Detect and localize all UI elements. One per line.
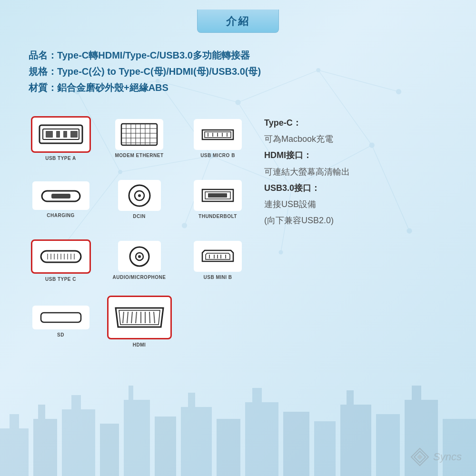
svg-rect-74 [51, 194, 70, 198]
svg-rect-28 [0, 428, 29, 476]
connector-empty [181, 293, 255, 350]
connector-hdmi: HDMI [102, 293, 176, 350]
hdmi-label: HDMI [133, 342, 146, 347]
watermark: Syncs [410, 447, 462, 466]
svg-line-98 [123, 312, 124, 323]
connector-modem-ethernet: MODEM ETHERNET [102, 110, 176, 167]
usb-type-a-icon [37, 121, 85, 148]
connector-audio-microphone: AUDIO/MICROPHONE [102, 232, 176, 289]
svg-point-77 [138, 194, 141, 197]
product-line3: 材質：鋁合金磨砂外殼+絕緣ABS [29, 79, 447, 96]
info-panel: Type-C： 可為Macbook充電 HDMI接口： 可連結大螢幕高清輸出 U… [264, 110, 452, 350]
connector-sd: SD [24, 293, 98, 350]
svg-rect-32 [62, 409, 95, 476]
svg-rect-36 [129, 386, 133, 400]
svg-rect-33 [71, 395, 81, 409]
svg-rect-57 [121, 124, 157, 145]
svg-rect-44 [314, 421, 336, 476]
svg-rect-37 [155, 416, 176, 476]
svg-rect-55 [63, 131, 67, 138]
svg-rect-47 [376, 414, 400, 476]
modem-ethernet-label: MODEM ETHERNET [115, 153, 164, 158]
svg-rect-78 [208, 193, 227, 198]
connectors-area: USB TYPE A [24, 110, 452, 350]
product-line2: 規格：Type-C(公) to Type-C(母)/HDMI(母)/USB3.0… [29, 63, 447, 79]
usb-mini-b-label: USB MINI B [204, 275, 232, 280]
charging-icon [37, 184, 85, 208]
usb-type-c-icon [37, 245, 85, 268]
svg-rect-97 [41, 313, 81, 322]
usb-type-a-label: USB TYPE A [45, 156, 76, 161]
header-title: 介紹 [197, 10, 279, 33]
usb-micro-b-icon [198, 121, 238, 148]
svg-rect-53 [46, 131, 53, 138]
product-info: 品名：Type-C轉HDMI/Type-C/USB3.0多功能轉接器 規格：Ty… [29, 47, 447, 96]
svg-rect-56 [70, 131, 78, 138]
svg-rect-42 [252, 388, 262, 402]
thunderbolt-label: THUNDERBOLT [198, 214, 237, 219]
info-line4: 可連結大螢幕高清輸出 [264, 164, 452, 180]
usb-micro-b-label: USB MICRO B [200, 153, 235, 158]
connectors-grid: USB TYPE A [24, 110, 255, 350]
svg-rect-41 [245, 402, 278, 476]
thunderbolt-icon [198, 182, 238, 208]
product-line1: 品名：Type-C轉HDMI/Type-C/USB3.0多功能轉接器 [29, 47, 447, 63]
svg-rect-49 [412, 386, 421, 400]
info-line2: 可為Macbook充電 [264, 131, 452, 147]
audio-microphone-icon [123, 243, 156, 269]
svg-rect-38 [181, 407, 212, 476]
svg-line-99 [127, 312, 128, 323]
connector-dcin: DCIN [102, 171, 176, 228]
svg-rect-46 [347, 390, 354, 405]
svg-rect-45 [340, 405, 371, 476]
main-container: 介紹 品名：Type-C轉HDMI/Type-C/USB3.0多功能轉接器 規格… [14, 0, 462, 350]
svg-rect-40 [217, 419, 240, 476]
sd-label: SD [57, 332, 64, 337]
info-line5: USB3.0接口： [264, 180, 452, 196]
svg-rect-30 [33, 419, 57, 476]
svg-marker-108 [417, 454, 423, 460]
hdmi-icon [113, 301, 166, 334]
connector-usb-type-a: USB TYPE A [24, 110, 98, 167]
connector-thunderbolt: THUNDERBOLT [181, 171, 255, 228]
info-line1: Type-C： [264, 115, 452, 131]
svg-rect-54 [56, 131, 60, 138]
info-line7: (向下兼容USB2.0) [264, 212, 452, 228]
header-banner: 介紹 [14, 10, 462, 33]
svg-rect-29 [10, 414, 19, 428]
svg-line-104 [149, 312, 150, 323]
svg-line-100 [131, 312, 132, 323]
usb-type-c-label: USB TYPE C [45, 277, 76, 282]
svg-rect-34 [100, 424, 119, 476]
dcin-label: DCIN [133, 214, 145, 219]
svg-point-91 [138, 255, 141, 258]
city-background [0, 333, 476, 476]
svg-line-101 [136, 312, 137, 323]
connector-usb-mini-b: USB MINI B [181, 232, 255, 289]
svg-rect-39 [188, 393, 195, 407]
svg-rect-35 [124, 400, 150, 476]
watermark-diamond-icon [410, 447, 429, 466]
svg-line-105 [154, 312, 155, 323]
connector-usb-type-c: USB TYPE C [24, 232, 98, 289]
info-line6: 連接USB設備 [264, 196, 452, 212]
connector-usb-micro-b: USB MICRO B [181, 110, 255, 167]
audio-microphone-label: AUDIO/MICROPHONE [113, 275, 166, 280]
usb-mini-b-icon [198, 243, 238, 269]
svg-rect-43 [283, 412, 309, 476]
dcin-icon [123, 182, 156, 208]
info-line3: HDMI接口： [264, 147, 452, 163]
modem-ethernet-icon [119, 121, 159, 148]
connector-charging: CHARGING [24, 171, 98, 228]
sd-icon [37, 308, 85, 327]
svg-rect-31 [38, 405, 45, 419]
watermark-text: Syncs [433, 451, 462, 463]
charging-label: CHARGING [47, 213, 74, 218]
